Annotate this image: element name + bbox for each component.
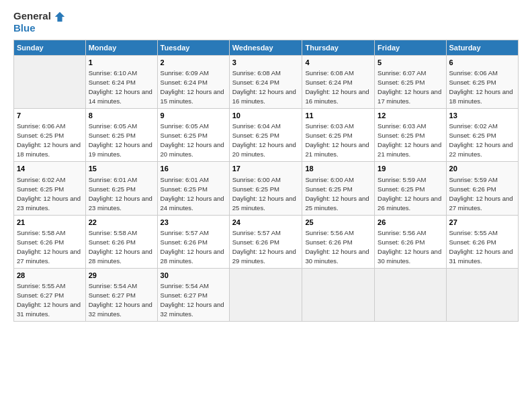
calendar-cell: 17Sunrise: 6:00 AMSunset: 6:25 PMDayligh… [229, 162, 302, 215]
day-number: 28 [17, 271, 83, 281]
day-info: Sunrise: 6:08 AMSunset: 6:24 PMDaylight:… [305, 69, 369, 105]
day-number: 23 [161, 218, 226, 228]
day-info: Sunrise: 6:05 AMSunset: 6:25 PMDaylight:… [161, 122, 224, 158]
calendar-cell: 15Sunrise: 6:01 AMSunset: 6:25 PMDayligh… [85, 162, 157, 215]
calendar-cell: 5Sunrise: 6:07 AMSunset: 6:25 PMDaylight… [375, 55, 446, 108]
day-info: Sunrise: 6:09 AMSunset: 6:24 PMDaylight:… [161, 69, 224, 105]
day-info: Sunrise: 6:06 AMSunset: 6:25 PMDaylight:… [449, 69, 513, 105]
weekday-header-friday: Friday [375, 40, 446, 55]
day-number: 18 [305, 164, 371, 174]
calendar-cell: 7Sunrise: 6:06 AMSunset: 6:25 PMDaylight… [14, 108, 86, 161]
day-number: 21 [17, 218, 83, 228]
day-info: Sunrise: 6:03 AMSunset: 6:25 PMDaylight:… [305, 122, 369, 158]
day-number: 16 [161, 164, 226, 174]
calendar-week-4: 21Sunrise: 5:58 AMSunset: 6:26 PMDayligh… [14, 215, 519, 268]
weekday-header-sunday: Sunday [14, 40, 86, 55]
calendar-week-1: 1Sunrise: 6:10 AMSunset: 6:24 PMDaylight… [14, 55, 519, 108]
calendar-cell: 23Sunrise: 5:57 AMSunset: 6:26 PMDayligh… [157, 215, 229, 268]
weekday-header-saturday: Saturday [446, 40, 518, 55]
day-info: Sunrise: 6:06 AMSunset: 6:25 PMDaylight:… [17, 122, 81, 158]
calendar-cell: 12Sunrise: 6:03 AMSunset: 6:25 PMDayligh… [375, 108, 446, 161]
day-info: Sunrise: 6:07 AMSunset: 6:25 PMDaylight:… [378, 69, 441, 105]
day-info: Sunrise: 5:56 AMSunset: 6:26 PMDaylight:… [378, 229, 441, 265]
day-info: Sunrise: 5:57 AMSunset: 6:26 PMDaylight:… [232, 229, 296, 265]
logo: General Blue [13, 11, 66, 34]
weekday-header-thursday: Thursday [302, 40, 375, 55]
day-info: Sunrise: 6:10 AMSunset: 6:24 PMDaylight:… [89, 69, 152, 105]
day-info: Sunrise: 5:54 AMSunset: 6:27 PMDaylight:… [161, 282, 224, 318]
calendar-cell [446, 269, 518, 322]
calendar-table: SundayMondayTuesdayWednesdayThursdayFrid… [13, 40, 519, 322]
day-number: 9 [161, 111, 226, 121]
day-info: Sunrise: 5:58 AMSunset: 6:26 PMDaylight:… [17, 229, 81, 265]
logo-bird-icon [54, 11, 66, 23]
page-header: General Blue [13, 11, 519, 34]
day-info: Sunrise: 6:02 AMSunset: 6:25 PMDaylight:… [17, 176, 81, 212]
day-info: Sunrise: 6:05 AMSunset: 6:25 PMDaylight:… [89, 122, 152, 158]
day-info: Sunrise: 6:00 AMSunset: 6:25 PMDaylight:… [232, 176, 296, 212]
day-number: 11 [305, 111, 371, 121]
calendar-cell: 10Sunrise: 6:04 AMSunset: 6:25 PMDayligh… [229, 108, 302, 161]
calendar-cell: 22Sunrise: 5:58 AMSunset: 6:26 PMDayligh… [85, 215, 157, 268]
day-number: 20 [449, 164, 515, 174]
day-info: Sunrise: 6:04 AMSunset: 6:25 PMDaylight:… [232, 122, 296, 158]
day-info: Sunrise: 5:55 AMSunset: 6:26 PMDaylight:… [449, 229, 513, 265]
day-info: Sunrise: 5:58 AMSunset: 6:26 PMDaylight:… [89, 229, 152, 265]
calendar-cell: 19Sunrise: 5:59 AMSunset: 6:25 PMDayligh… [375, 162, 446, 215]
day-info: Sunrise: 6:02 AMSunset: 6:25 PMDaylight:… [449, 122, 513, 158]
day-info: Sunrise: 6:01 AMSunset: 6:25 PMDaylight:… [161, 176, 224, 212]
calendar-cell: 6Sunrise: 6:06 AMSunset: 6:25 PMDaylight… [446, 55, 518, 108]
calendar-cell: 11Sunrise: 6:03 AMSunset: 6:25 PMDayligh… [302, 108, 375, 161]
day-info: Sunrise: 5:59 AMSunset: 6:25 PMDaylight:… [378, 176, 441, 212]
day-info: Sunrise: 5:54 AMSunset: 6:27 PMDaylight:… [89, 282, 152, 318]
day-number: 14 [17, 164, 83, 174]
calendar-cell: 20Sunrise: 5:59 AMSunset: 6:26 PMDayligh… [446, 162, 518, 215]
calendar-cell: 1Sunrise: 6:10 AMSunset: 6:24 PMDaylight… [85, 55, 157, 108]
day-number: 2 [161, 58, 226, 68]
day-number: 4 [305, 58, 371, 68]
day-number: 24 [232, 218, 300, 228]
calendar-cell: 24Sunrise: 5:57 AMSunset: 6:26 PMDayligh… [229, 215, 302, 268]
calendar-cell: 14Sunrise: 6:02 AMSunset: 6:25 PMDayligh… [14, 162, 86, 215]
day-number: 29 [89, 271, 154, 281]
calendar-cell: 3Sunrise: 6:08 AMSunset: 6:24 PMDaylight… [229, 55, 302, 108]
calendar-cell: 18Sunrise: 6:00 AMSunset: 6:25 PMDayligh… [302, 162, 375, 215]
day-info: Sunrise: 6:01 AMSunset: 6:25 PMDaylight:… [89, 176, 152, 212]
calendar-cell: 8Sunrise: 6:05 AMSunset: 6:25 PMDaylight… [85, 108, 157, 161]
day-number: 25 [305, 218, 371, 228]
weekday-header-wednesday: Wednesday [229, 40, 302, 55]
calendar-week-2: 7Sunrise: 6:06 AMSunset: 6:25 PMDaylight… [14, 108, 519, 161]
calendar-cell: 2Sunrise: 6:09 AMSunset: 6:24 PMDaylight… [157, 55, 229, 108]
day-info: Sunrise: 5:59 AMSunset: 6:26 PMDaylight:… [449, 176, 513, 212]
day-number: 8 [89, 111, 154, 121]
logo-image: General Blue [13, 11, 66, 34]
day-number: 15 [89, 164, 154, 174]
calendar-cell: 28Sunrise: 5:55 AMSunset: 6:27 PMDayligh… [14, 269, 86, 322]
calendar-cell [14, 55, 86, 108]
weekday-header-monday: Monday [85, 40, 157, 55]
weekday-header-tuesday: Tuesday [157, 40, 229, 55]
day-number: 19 [378, 164, 443, 174]
calendar-cell [229, 269, 302, 322]
day-number: 5 [378, 58, 443, 68]
calendar-cell: 25Sunrise: 5:56 AMSunset: 6:26 PMDayligh… [302, 215, 375, 268]
day-number: 10 [232, 111, 300, 121]
day-info: Sunrise: 6:08 AMSunset: 6:24 PMDaylight:… [232, 69, 296, 105]
calendar-cell [302, 269, 375, 322]
day-number: 30 [161, 271, 226, 281]
calendar-cell: 26Sunrise: 5:56 AMSunset: 6:26 PMDayligh… [375, 215, 446, 268]
calendar-cell: 4Sunrise: 6:08 AMSunset: 6:24 PMDaylight… [302, 55, 375, 108]
day-number: 3 [232, 58, 300, 68]
day-info: Sunrise: 5:55 AMSunset: 6:27 PMDaylight:… [17, 282, 81, 318]
calendar-cell: 27Sunrise: 5:55 AMSunset: 6:26 PMDayligh… [446, 215, 518, 268]
day-info: Sunrise: 5:57 AMSunset: 6:26 PMDaylight:… [161, 229, 224, 265]
day-number: 12 [378, 111, 443, 121]
day-number: 7 [17, 111, 83, 121]
day-number: 27 [449, 218, 515, 228]
day-number: 26 [378, 218, 443, 228]
day-number: 22 [89, 218, 154, 228]
day-info: Sunrise: 5:56 AMSunset: 6:26 PMDaylight:… [305, 229, 369, 265]
day-number: 17 [232, 164, 300, 174]
calendar-cell: 29Sunrise: 5:54 AMSunset: 6:27 PMDayligh… [85, 269, 157, 322]
day-number: 6 [449, 58, 515, 68]
